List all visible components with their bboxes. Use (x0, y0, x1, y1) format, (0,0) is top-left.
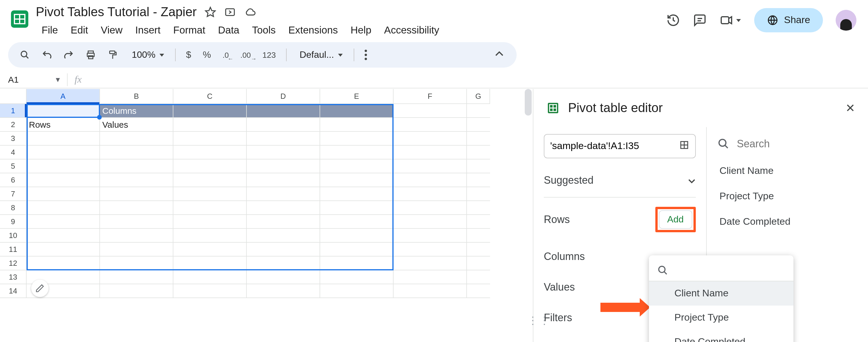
cell[interactable] (174, 256, 247, 270)
cell[interactable] (320, 284, 394, 298)
cell[interactable] (27, 146, 100, 159)
drag-handle-icon[interactable]: ⋮⋮ (528, 314, 551, 327)
cell[interactable] (174, 284, 247, 298)
range-field[interactable] (550, 141, 679, 152)
cell[interactable] (247, 201, 320, 215)
cell[interactable] (467, 243, 490, 256)
cell[interactable] (394, 256, 467, 270)
cell[interactable] (247, 270, 320, 284)
row-header[interactable]: 5 (0, 159, 27, 173)
cell[interactable] (247, 187, 320, 201)
row-header[interactable]: 3 (0, 132, 27, 146)
col-header-C[interactable]: C (174, 89, 247, 104)
row-header[interactable]: 13 (0, 270, 27, 284)
row-header[interactable]: 8 (0, 201, 27, 215)
field-project-type[interactable]: Project Type (717, 184, 868, 209)
search-menus-icon[interactable] (15, 46, 35, 64)
zoom-dropdown[interactable]: 100% (125, 46, 169, 64)
move-icon[interactable] (224, 6, 236, 18)
cell[interactable] (467, 173, 490, 187)
undo-icon[interactable] (37, 46, 57, 64)
cell[interactable] (100, 159, 174, 173)
cell[interactable] (320, 118, 394, 132)
add-rows-button[interactable]: Add (658, 210, 692, 229)
account-avatar[interactable] (836, 10, 857, 31)
increase-decimal-icon[interactable]: .00→ (236, 47, 255, 63)
cell[interactable] (100, 173, 174, 187)
cell[interactable] (100, 146, 174, 159)
meet-icon[interactable] (719, 13, 741, 27)
cell[interactable] (247, 132, 320, 146)
cell[interactable] (320, 201, 394, 215)
cell[interactable] (394, 243, 467, 256)
cell[interactable] (247, 256, 320, 270)
cell[interactable] (174, 132, 247, 146)
cell[interactable] (27, 159, 100, 173)
fields-search[interactable] (717, 134, 868, 158)
cell[interactable] (247, 118, 320, 132)
cell[interactable] (320, 256, 394, 270)
sheets-app-icon[interactable] (8, 5, 31, 33)
row-header[interactable]: 12 (0, 256, 27, 270)
cell[interactable] (27, 104, 100, 118)
row-header[interactable]: 14 (0, 284, 27, 298)
row-header[interactable]: 2 (0, 118, 27, 132)
redo-icon[interactable] (59, 46, 79, 64)
menu-extensions[interactable]: Extensions (283, 22, 344, 39)
cell[interactable] (320, 159, 394, 173)
history-icon[interactable] (666, 13, 680, 27)
cell[interactable] (394, 270, 467, 284)
cell[interactable] (27, 187, 100, 201)
cell[interactable] (467, 215, 490, 229)
menu-view[interactable]: View (95, 22, 128, 39)
cell[interactable] (394, 201, 467, 215)
cell[interactable] (467, 270, 490, 284)
edit-pivot-fab[interactable] (31, 280, 49, 297)
row-header[interactable]: 9 (0, 215, 27, 229)
cell[interactable] (100, 284, 174, 298)
menu-tools[interactable]: Tools (246, 22, 281, 39)
cell[interactable] (174, 215, 247, 229)
star-icon[interactable] (205, 6, 216, 18)
format-number-icon[interactable]: 123 (258, 47, 281, 63)
cell[interactable] (394, 104, 467, 118)
cell[interactable] (467, 104, 490, 118)
cell[interactable] (27, 229, 100, 243)
menu-accessibility[interactable]: Accessibility (378, 22, 445, 39)
col-header-F[interactable]: F (394, 89, 467, 104)
cell[interactable] (247, 104, 320, 118)
fields-search-input[interactable] (737, 138, 868, 150)
cell[interactable] (394, 159, 467, 173)
share-button[interactable]: Share (754, 8, 823, 32)
cell[interactable] (394, 146, 467, 159)
cell[interactable] (394, 118, 467, 132)
spreadsheet-grid[interactable]: A B C D E F G 1Columns2RowsValues3456789… (0, 89, 533, 342)
cell[interactable] (100, 270, 174, 284)
cell[interactable] (174, 146, 247, 159)
cell[interactable] (467, 187, 490, 201)
cell[interactable] (174, 104, 247, 118)
cell[interactable] (27, 132, 100, 146)
cell[interactable] (247, 229, 320, 243)
cell[interactable] (100, 201, 174, 215)
col-header-E[interactable]: E (320, 89, 394, 104)
fill-handle[interactable] (97, 115, 102, 120)
field-client-name[interactable]: Client Name (717, 158, 868, 184)
cell[interactable] (174, 187, 247, 201)
cell[interactable] (320, 187, 394, 201)
comments-icon[interactable] (692, 13, 707, 27)
cell[interactable] (27, 173, 100, 187)
menu-edit[interactable]: Edit (65, 22, 94, 39)
dropdown-item-project-type[interactable]: Project Type (649, 306, 794, 330)
suggested-section[interactable]: Suggested (544, 169, 696, 197)
cell[interactable] (27, 201, 100, 215)
menu-data[interactable]: Data (212, 22, 245, 39)
dropdown-item-client-name[interactable]: Client Name (649, 281, 794, 306)
data-range-input[interactable] (544, 134, 696, 158)
cell[interactable] (27, 243, 100, 256)
cell[interactable] (247, 215, 320, 229)
dropdown-search[interactable] (649, 260, 794, 281)
cell[interactable] (100, 256, 174, 270)
cell[interactable] (174, 118, 247, 132)
cell[interactable] (247, 159, 320, 173)
